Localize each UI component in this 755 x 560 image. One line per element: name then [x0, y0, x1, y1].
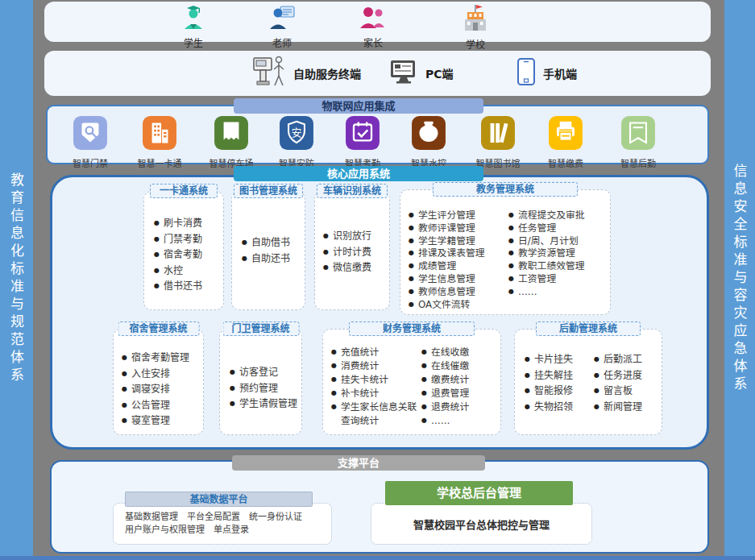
card-columns: ●自助借书●自助还书 [232, 192, 305, 267]
card-column: ●学生评分管理●教师评课管理●学生学籍管理●排课及课表管理●成绩管理●学生信息管… [409, 209, 508, 311]
card-columns: ●刷卡消费●门禁考勤●宿舍考勤●水控●借书还书 [144, 192, 223, 295]
user-item-label: 学校 [466, 37, 485, 51]
list-item-label: 排课及课表管理 [418, 247, 485, 260]
attendance-icon [345, 115, 380, 154]
iot-item-2: 智慧一卡通 [123, 115, 196, 169]
bullet-icon: ● [154, 247, 160, 263]
list-item: ●寝室管理 [122, 413, 189, 429]
iot-item-8: 智慧缴费 [529, 115, 602, 169]
list-item-label: 教职工绩效管理 [518, 260, 585, 273]
bullet-icon: ● [409, 209, 414, 222]
bullet-icon: ● [508, 285, 514, 298]
bullet-icon: ● [323, 244, 329, 260]
bullet-icon: ● [508, 234, 514, 247]
bullet-icon: ● [421, 413, 427, 427]
school-icon [460, 4, 491, 36]
base-data-line-1: 基础数据管理 平台全局配置 统一身份认证 [125, 511, 331, 524]
terminal-item-3: 手机端 [516, 57, 577, 89]
bottom-accent-bar [0, 556, 755, 560]
list-item: ●识别放行 [323, 229, 371, 245]
list-item: ●充值统计 [331, 346, 421, 359]
list-item: ●任务管理 [508, 222, 608, 235]
user-item-2: 老师 [250, 4, 314, 49]
list-item: ●刷卡消费 [154, 216, 202, 232]
card-cheliang: 车辆识别系统●识别放行●计时计费●微信缴费 [314, 191, 390, 310]
card-title: 宿舍管理系统 [118, 321, 199, 336]
iot-item-3: 智慧停车场 [195, 115, 268, 169]
iot-section-tab: 物联网应用集成 [234, 98, 483, 114]
list-item-label: 退费管理 [431, 387, 469, 400]
list-item-label: 充值统计 [341, 346, 379, 359]
list-item: ●退费管理 [421, 387, 496, 400]
list-item: ●OA文件流转 [409, 299, 508, 312]
bullet-icon: ● [242, 251, 247, 267]
student-icon [179, 4, 208, 35]
access-control-icon [73, 115, 108, 154]
card-column: ●识别放行●计时计费●微信缴费 [323, 229, 371, 276]
right-standards-sidebar: 信息安全标准与容灾应急体系 [724, 0, 755, 557]
iot-item-7: 智慧图书馆 [462, 115, 534, 169]
user-item-label: 老师 [272, 35, 292, 49]
list-item-label: OA文件流转 [418, 299, 470, 312]
list-item: ●在线收缴 [421, 346, 496, 359]
card-column: ●访客登记●预约管理●学生请假管理 [230, 365, 297, 413]
list-item: ●智能报修 [525, 384, 594, 400]
bullet-icon: ● [594, 351, 599, 367]
svg-text:安: 安 [292, 127, 302, 139]
iot-item-5: 智慧考勤 [326, 115, 399, 169]
list-item-label: 失物招领 [534, 400, 573, 416]
bullet-icon: ● [409, 272, 414, 285]
bullet-icon: ● [508, 259, 514, 272]
school-admin-title: 学校总后台管理 [385, 481, 573, 505]
list-item: ●缴费统计 [421, 373, 496, 387]
bullet-icon: ● [508, 209, 514, 222]
list-item-label: 教学资源管理 [518, 247, 575, 260]
list-item-label: 微信缴费 [333, 260, 371, 276]
bullet-icon: ● [154, 263, 160, 279]
list-item-label: 在线催缴 [431, 359, 469, 373]
card-sushe: 宿舍管理系统●宿舍考勤管理●入住安排●调寝安排●公告管理●寝室管理 [113, 329, 204, 435]
card-column: ●宿舍考勤管理●入住安排●调寝安排●公告管理●寝室管理 [122, 351, 189, 429]
terminal-item-2: PC端 [389, 59, 454, 88]
list-item-label: 自助还书 [251, 251, 290, 268]
bullet-icon: ● [122, 397, 127, 413]
list-item-label: 自助借书 [251, 235, 290, 251]
list-item: ●消费统计 [331, 359, 421, 373]
card-columns: ●宿舍考勤管理●入住安排●调寝安排●公告管理●寝室管理 [114, 330, 203, 429]
list-item-label: 成绩管理 [418, 260, 456, 273]
bullet-icon: ● [409, 259, 414, 272]
card-houqin: 后勤管理系统●卡片挂失●挂失解挂●智能报修●失物招领●后勤派工●任务进度●留言板… [514, 329, 662, 435]
library-icon [480, 115, 516, 154]
list-item-label: 任务进度 [604, 368, 642, 384]
bullet-icon: ● [409, 247, 414, 259]
bullet-icon: ● [508, 247, 514, 259]
list-item: ●水控 [154, 263, 202, 280]
parents-icon [359, 4, 388, 35]
list-item: ●挂失解挂 [525, 368, 594, 384]
list-item: ●学生评分管理 [409, 209, 508, 222]
list-item-label: 调寝安排 [131, 382, 170, 398]
school-admin-desc: 智慧校园平台总体把控与管理 [413, 516, 550, 532]
user-item-4: 学校 [443, 4, 508, 51]
list-item-label: 新闻管理 [604, 400, 642, 416]
base-data-platform-box: 基础数据管理 平台全局配置 统一身份认证 用户账户与权限管理 单点登录 [113, 503, 332, 545]
card-column: ●充值统计●消费统计●挂失卡统计●补卡统计●学生家长信息关联查询统计 [331, 346, 421, 428]
list-item-label: 入住安排 [131, 367, 170, 383]
bullet-icon: ● [409, 222, 414, 234]
bullet-icon: ● [594, 383, 599, 399]
card-title: 图书管理系统 [234, 184, 303, 198]
card-column: ●刷卡消费●门禁考勤●宿舍考勤●水控●借书还书 [154, 216, 202, 295]
list-item-label: 退费统计 [431, 400, 469, 414]
terminal-item-1: 自助服务终端 [252, 53, 361, 93]
list-item-label: 学生评分管理 [418, 209, 475, 222]
iot-item-label: 智慧一卡通 [138, 156, 182, 169]
card-title: 教务管理系统 [433, 182, 578, 197]
card-columns: ●学生评分管理●教师评课管理●学生学籍管理●排课及课表管理●成绩管理●学生信息管… [400, 190, 610, 311]
bullet-icon: ● [331, 400, 337, 413]
bullet-icon: ● [154, 231, 160, 247]
list-item: ●补卡统计 [331, 387, 421, 400]
bullet-icon: ● [409, 234, 414, 247]
teacher-icon [268, 4, 297, 35]
bullet-icon: ● [154, 278, 160, 294]
terminal-item-label: 手机端 [543, 65, 577, 81]
